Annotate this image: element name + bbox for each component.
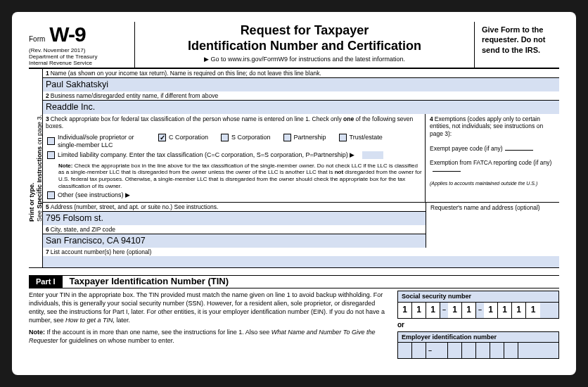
header-left: Form W-9 (Rev. November 2017) Department…	[29, 22, 134, 68]
header-center: Request for Taxpayer Identification Numb…	[134, 22, 475, 68]
line-4: 4Exemptions (codes apply only to certain…	[426, 114, 559, 203]
title-line2: Identification Number and Certification	[142, 39, 467, 54]
w9-form: Form W-9 (Rev. November 2017) Department…	[12, 12, 576, 375]
checkbox-scorp[interactable]	[221, 134, 229, 141]
business-name-input[interactable]: Readdle Inc.	[43, 101, 559, 114]
header-right: Give Form to the requester. Do not send …	[475, 22, 559, 68]
city-state-zip-input[interactable]: San Francisco, CA 94107	[43, 234, 426, 248]
tin-boxes: Social security number 111 – 11 – 1111 o…	[397, 291, 559, 360]
ein-label: Employer identification number	[397, 331, 559, 343]
checkbox-llc[interactable]	[47, 151, 55, 159]
main-section: Print or type.See Specific Instructions …	[29, 69, 559, 268]
checkbox-partnership[interactable]	[283, 134, 291, 141]
part1-tag: Part I	[29, 276, 63, 288]
checkbox-other[interactable]	[47, 191, 55, 199]
account-numbers-input[interactable]	[43, 256, 559, 267]
form-code: W-9	[49, 22, 85, 47]
ssn-label: Social security number	[397, 291, 559, 302]
llc-note: Note: Check the appropriate box in the l…	[46, 161, 422, 191]
payee-code-input[interactable]	[505, 150, 533, 151]
llc-class-input[interactable]	[362, 151, 383, 159]
tin-section: Enter your TIN in the appropriate box. T…	[29, 288, 559, 360]
line-1: 1Name (as shown on your income tax retur…	[43, 69, 559, 78]
tin-text: Enter your TIN in the appropriate box. T…	[29, 291, 388, 360]
checkbox-ccorp[interactable]	[158, 134, 166, 141]
line-2: 2Business name/disregarded entity name, …	[43, 91, 559, 101]
side-instructions: Print or type.See Specific Instructions …	[29, 69, 43, 267]
goto-instruction: ▶ Go to www.irs.gov/FormW9 for instructi…	[142, 56, 467, 63]
irs: Internal Revenue Service	[29, 60, 129, 66]
requester-box[interactable]: Requester's name and address (optional)	[426, 203, 559, 248]
checkbox-trust[interactable]	[339, 134, 347, 141]
ssn-input[interactable]: 111 – 11 – 1111	[397, 302, 559, 319]
address-input[interactable]: 795 Folsom st.	[43, 212, 426, 225]
fatca-code-input[interactable]	[433, 171, 461, 172]
header: Form W-9 (Rev. November 2017) Department…	[29, 22, 559, 69]
form-label: Form	[29, 35, 45, 44]
ein-input[interactable]: –	[397, 342, 559, 359]
revision: (Rev. November 2017)	[29, 47, 129, 53]
dept: Department of the Treasury	[29, 53, 129, 60]
part1-header: Part I Taxpayer Identification Number (T…	[29, 275, 559, 288]
line-3: 3Check appropriate box for federal tax c…	[43, 114, 426, 203]
fields: 1Name (as shown on your income tax retur…	[43, 69, 559, 267]
title-line1: Request for Taxpayer	[142, 23, 467, 39]
or-label: or	[397, 319, 559, 331]
part1-title: Taxpayer Identification Number (TIN)	[63, 276, 229, 287]
checkbox-individual[interactable]	[47, 137, 55, 145]
name-input[interactable]: Paul Sakhatskyi	[43, 78, 559, 91]
